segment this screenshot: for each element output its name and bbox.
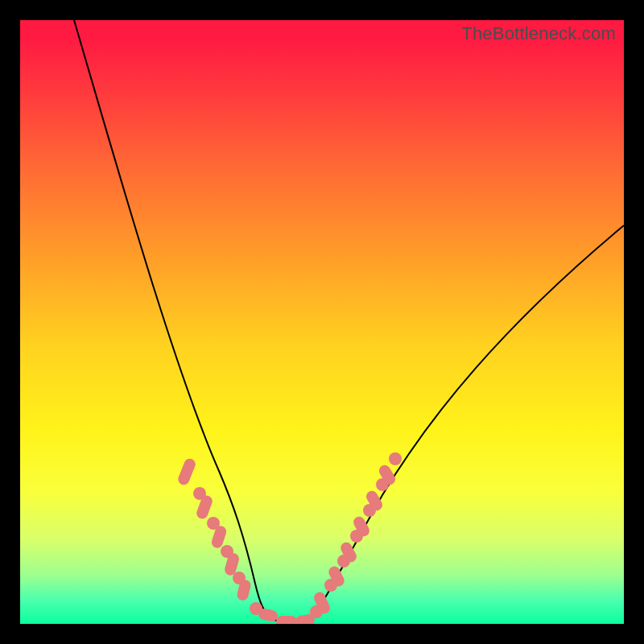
plot-area: TheBottleneck.com <box>20 20 624 624</box>
svg-rect-0 <box>176 457 197 487</box>
right-cluster <box>312 452 402 616</box>
valley-cluster <box>250 602 323 624</box>
svg-point-25 <box>389 452 402 465</box>
bottleneck-curve <box>20 20 624 624</box>
curve-right <box>312 225 624 618</box>
curve-left <box>74 20 272 619</box>
svg-rect-11 <box>276 616 297 624</box>
outer-frame: TheBottleneck.com <box>0 0 644 644</box>
